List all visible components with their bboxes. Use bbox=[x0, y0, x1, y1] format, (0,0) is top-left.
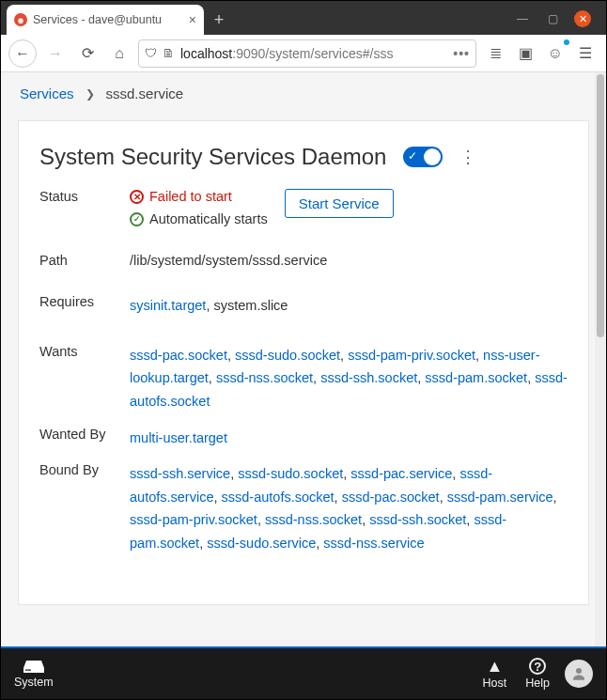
shield-icon: 🛡 bbox=[145, 46, 157, 60]
tab-close-icon[interactable]: × bbox=[189, 12, 196, 27]
page-title: System Security Services Daemon bbox=[39, 144, 386, 170]
window-close-icon[interactable]: ✕ bbox=[574, 10, 591, 27]
storage-icon bbox=[23, 659, 44, 674]
window-titlebar: ⎈ Services - dave@ubuntu × + — ▢ ✕ bbox=[1, 1, 606, 35]
nav-host[interactable]: ▲ Host bbox=[483, 658, 507, 690]
dependency-link[interactable]: sssd-nss.socket bbox=[265, 512, 362, 527]
tab-title: Services - dave@ubuntu bbox=[33, 13, 183, 26]
dependency-link[interactable]: sssd-sudo.service bbox=[207, 536, 316, 551]
forward-button: → bbox=[42, 40, 69, 67]
success-icon: ✓ bbox=[130, 212, 144, 226]
nav-system[interactable]: System bbox=[14, 659, 54, 689]
dependency-link[interactable]: sssd-pac.service bbox=[350, 466, 452, 481]
dependency-link[interactable]: sssd-nss.socket bbox=[216, 370, 313, 385]
breadcrumb-current: sssd.service bbox=[106, 86, 184, 101]
enable-toggle[interactable]: ✓ bbox=[403, 147, 443, 167]
nav-help[interactable]: ? Help bbox=[525, 658, 550, 690]
url-bar[interactable]: 🛡 🗎 localhost:9090/system/services#/sss … bbox=[138, 39, 476, 68]
url-path: :9090/system/services#/sss bbox=[232, 46, 393, 61]
home-button[interactable]: ⌂ bbox=[106, 40, 132, 67]
wants-list: sssd-pac.socket, sssd-sudo.socket, sssd-… bbox=[130, 344, 568, 427]
dependency-link[interactable]: sssd-pac.socket bbox=[342, 490, 440, 505]
browser-tab[interactable]: ⎈ Services - dave@ubuntu × bbox=[7, 5, 204, 35]
url-host: localhost bbox=[180, 46, 232, 61]
dependency-link[interactable]: sssd-pam.socket bbox=[425, 370, 527, 385]
requires-label: Requires bbox=[39, 294, 130, 344]
window-maximize-icon[interactable]: ▢ bbox=[544, 10, 561, 27]
dependency-link[interactable]: multi-user.target bbox=[130, 430, 227, 445]
tab-favicon-icon: ⎈ bbox=[14, 13, 27, 26]
dependency-link[interactable]: sssd-pam.service bbox=[447, 490, 553, 505]
boundby-list: sssd-ssh.service, sssd-sudo.socket, sssd… bbox=[130, 462, 568, 582]
more-actions-icon[interactable]: ⋮ bbox=[459, 147, 476, 167]
dependency-link[interactable]: sssd-ssh.socket bbox=[320, 370, 417, 385]
dependency-link[interactable]: sssd-sudo.socket bbox=[235, 348, 340, 363]
url-more-icon[interactable]: ••• bbox=[453, 46, 470, 61]
triangle-up-icon: ▲ bbox=[487, 658, 504, 675]
service-card: System Security Services Daemon ✓ ⋮ Stat… bbox=[18, 120, 589, 605]
menu-icon[interactable]: ☰ bbox=[572, 40, 599, 67]
error-icon: ✕ bbox=[130, 190, 144, 204]
svg-rect-1 bbox=[25, 670, 31, 671]
browser-toolbar: ← → ⟳ ⌂ 🛡 🗎 localhost:9090/system/servic… bbox=[1, 35, 606, 72]
reader-icon[interactable]: ▣ bbox=[512, 40, 538, 67]
boundby-label: Bound By bbox=[39, 462, 130, 582]
start-service-button[interactable]: Start Service bbox=[285, 189, 394, 218]
dependency-link[interactable]: sssd-autofs.socket bbox=[222, 490, 335, 505]
dependency-plain: system.slice bbox=[213, 298, 288, 313]
help-icon: ? bbox=[529, 658, 546, 675]
nav-host-label: Host bbox=[483, 677, 507, 690]
wants-label: Wants bbox=[39, 344, 130, 427]
scrollbar-thumb[interactable] bbox=[597, 74, 604, 337]
breadcrumb-root[interactable]: Services bbox=[20, 86, 74, 101]
window-minimize-icon[interactable]: — bbox=[514, 10, 531, 27]
dependency-link[interactable]: sysinit.target bbox=[130, 298, 206, 313]
bottom-nav: System ▲ Host ? Help bbox=[1, 646, 606, 699]
library-icon[interactable]: ≣ bbox=[482, 40, 508, 67]
wantedby-list: multi-user.target bbox=[130, 427, 568, 463]
svg-point-2 bbox=[576, 668, 582, 674]
back-button[interactable]: ← bbox=[8, 39, 37, 68]
avatar[interactable] bbox=[565, 660, 593, 688]
dependency-link[interactable]: sssd-ssh.service bbox=[130, 466, 230, 481]
nav-help-label: Help bbox=[525, 677, 550, 690]
status-fail-text: Failed to start bbox=[149, 189, 232, 204]
auto-start-text: Automatically starts bbox=[149, 211, 268, 226]
dependency-link[interactable]: sssd-ssh.socket bbox=[369, 512, 466, 527]
path-value: /lib/systemd/system/sssd.service bbox=[130, 253, 568, 294]
requires-list: sysinit.target, system.slice bbox=[130, 294, 568, 344]
dependency-link[interactable]: sssd-pac.socket bbox=[130, 348, 227, 363]
check-icon: ✓ bbox=[408, 149, 417, 163]
breadcrumb: Services ❯ sssd.service bbox=[1, 72, 606, 115]
chevron-right-icon: ❯ bbox=[86, 87, 95, 101]
page-body: Services ❯ sssd.service System Security … bbox=[1, 72, 606, 646]
new-tab-button[interactable]: + bbox=[206, 7, 232, 33]
nav-system-label: System bbox=[14, 676, 54, 689]
status-label: Status bbox=[39, 189, 130, 253]
toggle-knob-icon bbox=[424, 148, 441, 165]
reload-button[interactable]: ⟳ bbox=[74, 40, 101, 67]
page-info-icon: 🗎 bbox=[163, 46, 175, 60]
dependency-link[interactable]: sssd-pam-priv.socket bbox=[348, 348, 475, 363]
scrollbar-track[interactable] bbox=[595, 72, 606, 646]
dependency-link[interactable]: sssd-nss.service bbox=[323, 536, 424, 551]
path-label: Path bbox=[39, 253, 130, 294]
wantedby-label: Wanted By bbox=[39, 427, 130, 463]
dependency-link[interactable]: sssd-sudo.socket bbox=[238, 466, 343, 481]
account-icon[interactable]: ☺ bbox=[542, 40, 568, 67]
dependency-link[interactable]: sssd-pam-priv.socket bbox=[130, 512, 257, 527]
